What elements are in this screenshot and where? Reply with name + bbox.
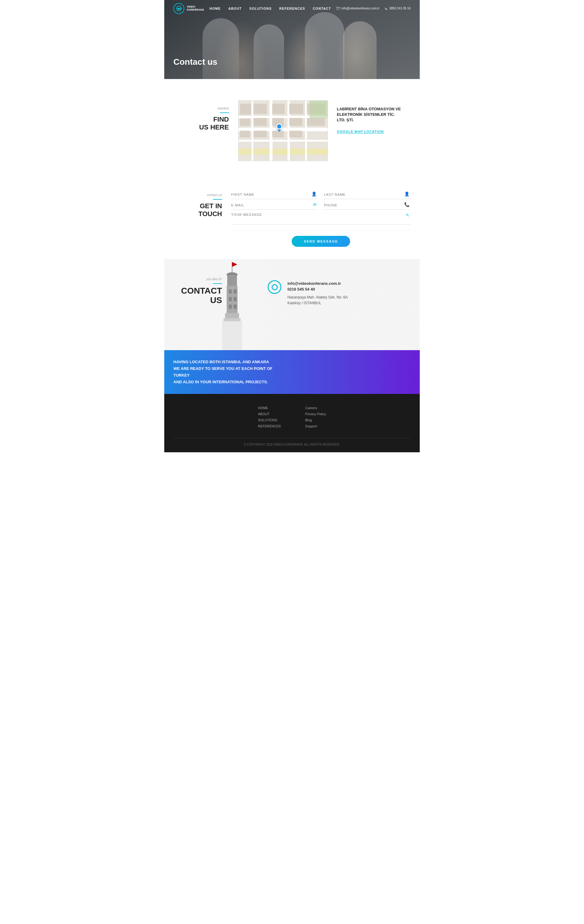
person-icon-2: 👤 [404, 191, 409, 196]
first-name-field[interactable]: 👤 [231, 191, 318, 199]
banner: HAVING LOCATED BOTH ISTANBUL AND ANKARA … [164, 350, 420, 394]
email-input[interactable] [231, 203, 318, 207]
nav-references[interactable]: REFERENCES [279, 7, 305, 10]
footer-blog[interactable]: Blog [305, 418, 326, 422]
contact-email: info@videokonferans.com.tr [288, 281, 347, 286]
find-us-title: FIND US HERE [180, 116, 229, 132]
contact-icon [268, 280, 281, 294]
last-name-input[interactable] [324, 193, 410, 196]
contact-divider [213, 199, 222, 200]
last-name-field[interactable]: 👤 [324, 191, 410, 199]
footer-links: HOME ABOUT SOLUTIONS REFERENCES Careers … [174, 406, 410, 431]
phone-field[interactable]: 📞 [324, 202, 410, 210]
svg-rect-17 [222, 320, 242, 350]
footer-privacy[interactable]: Privacy Policy [305, 412, 326, 416]
send-button[interactable]: SEND MESSAGE [292, 236, 351, 247]
hero-title: Contact us [174, 57, 217, 67]
footer-support[interactable]: Support [305, 424, 326, 428]
nav-home[interactable]: HOME [210, 7, 221, 10]
map-container[interactable] [238, 100, 328, 161]
map-pin [276, 124, 282, 131]
contact-sublabel: contact us [174, 193, 222, 196]
svg-marker-5 [232, 262, 237, 267]
nav-phone: 0850 241 05 16 [385, 7, 410, 10]
footer-copyright: © COPYRIGHT 2018 VIDEO KONFERANS. ALL RI… [174, 438, 410, 446]
footer-col-1: HOME ABOUT SOLUTIONS REFERENCES [258, 406, 281, 431]
pencil-icon: ✎ [406, 213, 409, 218]
contact-us-section: you like it? CONTACT US info@videokonfer… [164, 259, 420, 350]
footer-references[interactable]: REFERENCES [258, 424, 281, 428]
footer-col-2: Careers Privacy Policy Blog Support [305, 406, 326, 431]
person-icon: 👤 [311, 191, 317, 196]
footer-solutions[interactable]: SOLUTIONS [258, 418, 281, 422]
footer-careers[interactable]: Careers [305, 406, 326, 410]
find-us-sublabel: istanbul [180, 106, 229, 110]
contact-form: 👤 👤 ✉ 📞 ✎ SEND MESSAGE [231, 191, 410, 247]
nav-solutions[interactable]: SOLUTIONS [250, 7, 271, 10]
nav-about[interactable]: ABOUT [228, 7, 242, 10]
footer-about[interactable]: ABOUT [258, 412, 281, 416]
phone-icon: 📞 [404, 202, 409, 207]
footer-home[interactable]: HOME [258, 406, 281, 410]
banner-text: HAVING LOCATED BOTH ISTANBUL AND ANKARA … [174, 359, 280, 385]
contact-us-divider [213, 283, 222, 284]
message-input[interactable] [231, 213, 410, 221]
logo-text: VIDEO KONFERANS [187, 5, 204, 12]
find-us-section: istanbul FIND US HERE [164, 79, 420, 176]
contact-phone: 0216 545 54 40 [288, 287, 347, 292]
info-row: info@videokonferans.com.tr 0216 545 54 4… [268, 280, 347, 306]
phone-input[interactable] [324, 203, 410, 207]
first-name-input[interactable] [231, 193, 318, 196]
logo[interactable]: VIDEO KONFERANS [174, 3, 204, 14]
contact-title: GET IN TOUCH [174, 202, 222, 218]
message-field[interactable]: ✎ [231, 213, 410, 224]
contact-section: contact us GET IN TOUCH 👤 👤 ✉ 📞 [164, 176, 420, 259]
nav-email: info@videokonferans.com.tr [336, 7, 380, 10]
google-map-link[interactable]: GOOGLE MAP LOCATION [337, 130, 384, 134]
contact-address: Hasanpaşa Mah. Atabey Sok. No: 6A Kadıkö… [288, 295, 347, 306]
svg-rect-1 [177, 8, 180, 10]
nav-links: HOME ABOUT SOLUTIONS REFERENCES CONTACT [210, 7, 331, 10]
contact-us-title: CONTACT US [174, 286, 222, 305]
company-name: LABİRENT BİNA OTOMASYON VE ELEKTRONİK Sİ… [337, 106, 404, 123]
email-icon: ✉ [313, 202, 317, 207]
find-us-divider [220, 112, 229, 113]
footer: HOME ABOUT SOLUTIONS REFERENCES Careers … [164, 394, 420, 452]
nav-contact-info: info@videokonferans.com.tr 0850 241 05 1… [336, 7, 410, 10]
email-field[interactable]: ✉ [231, 202, 318, 210]
nav-contact[interactable]: CONTACT [313, 7, 331, 10]
contact-us-sublabel: you like it? [174, 277, 222, 281]
